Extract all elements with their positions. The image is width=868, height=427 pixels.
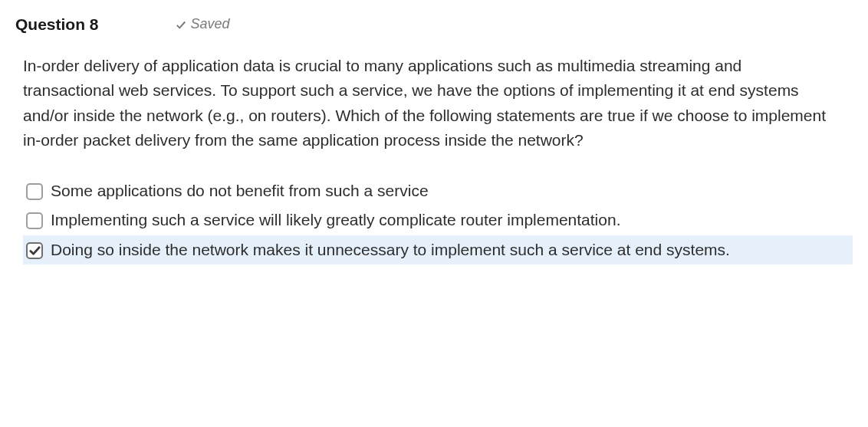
saved-indicator: Saved <box>176 14 230 34</box>
check-icon <box>176 19 186 30</box>
question-header: Question 8 Saved <box>15 12 853 37</box>
option-label: Implementing such a service will likely … <box>51 209 853 232</box>
question-text: In-order delivery of application data is… <box>15 54 853 153</box>
option-label: Doing so inside the network makes it unn… <box>51 238 853 261</box>
options-list: Some applications do not benefit from su… <box>15 176 853 264</box>
option-row[interactable]: Some applications do not benefit from su… <box>23 176 853 205</box>
saved-label: Saved <box>191 14 230 34</box>
checkbox[interactable] <box>26 183 43 200</box>
option-row[interactable]: Implementing such a service will likely … <box>23 205 853 235</box>
question-title: Question 8 <box>15 12 99 37</box>
option-label: Some applications do not benefit from su… <box>51 179 853 202</box>
option-row[interactable]: Doing so inside the network makes it unn… <box>23 235 853 264</box>
checkbox[interactable] <box>26 242 43 259</box>
checkbox[interactable] <box>26 212 43 229</box>
